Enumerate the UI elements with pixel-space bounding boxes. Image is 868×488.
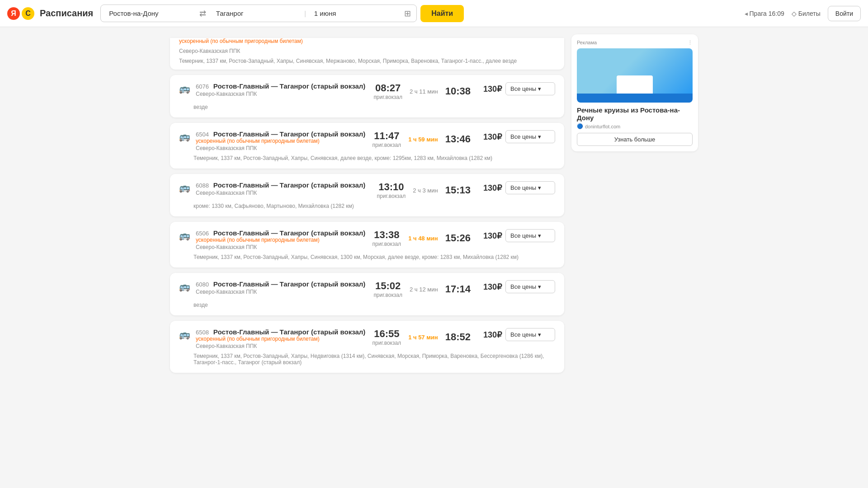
arrive-block: 17:14 — [445, 283, 471, 295]
depart-block: 13:10 приг.вокзал — [377, 181, 406, 199]
partial-accelerated: ускоренный (по обычным пригородным билет… — [179, 38, 555, 44]
train-company: Северо-Кавказская ППК — [196, 343, 367, 349]
calendar-grid-icon[interactable]: ⊞ — [402, 9, 413, 19]
depart-sub: приг.вокзал — [377, 193, 406, 199]
card-info: 6080 Ростов-Главный — Таганрог (старый в… — [196, 280, 368, 295]
duration: 2 ч 12 мин — [410, 286, 438, 293]
train-company: Северо-Кавказская ППК — [196, 91, 368, 97]
card-stops: везде — [193, 104, 555, 110]
price-dropdown[interactable]: Все цены ▾ — [505, 328, 555, 341]
card-times: 13:38 приг.вокзал 1 ч 48 мин 15:26 — [373, 229, 471, 247]
train-number: 6508 — [196, 329, 209, 336]
date-input[interactable] — [310, 7, 399, 20]
duration: 2 ч 11 мин — [410, 88, 438, 95]
from-input[interactable] — [104, 7, 193, 20]
water-image — [577, 94, 693, 103]
ya-logo: Я — [7, 7, 20, 20]
location-city: Прага — [750, 10, 767, 17]
train-bus-icon: 🚌 — [179, 329, 190, 340]
arrive-block: 15:13 — [445, 184, 471, 196]
train-cards: 🚌 6076 Ростов-Главный — Таганрог (старый… — [170, 75, 564, 373]
depart-time: 08:27 — [373, 82, 402, 94]
duration: 2 ч 3 мин — [413, 187, 438, 194]
train-card: 🚌 6080 Ростов-Главный — Таганрог (старый… — [170, 273, 564, 315]
card-info: 6504 Ростов-Главный — Таганрог (старый в… — [196, 130, 367, 151]
price-dropdown[interactable]: Все цены ▾ — [505, 82, 555, 95]
dropdown-arrow-icon: ▾ — [538, 85, 541, 92]
tickets-icon: ◇ — [792, 10, 797, 17]
ad-block: Реклама ⋮ Речные круизы из Ростова-на-До… — [571, 34, 698, 151]
train-company: Северо-Кавказская ППК — [196, 145, 367, 151]
boat-image — [617, 75, 653, 94]
arrive-block: 18:52 — [445, 331, 471, 343]
train-route: Ростов-Главный — Таганрог (старый вокзал… — [213, 82, 365, 90]
card-info: 6076 Ростов-Главный — Таганрог (старый в… — [196, 82, 368, 97]
location-time: 16:09 — [769, 10, 784, 17]
price-dropdown[interactable]: Все цены ▾ — [505, 229, 555, 242]
card-times: 16:55 приг.вокзал 1 ч 57 мин 18:52 — [373, 328, 471, 346]
price-label: Все цены — [510, 85, 536, 92]
train-route: Ростов-Главный — Таганрог (старый вокзал… — [213, 229, 365, 237]
card-stops: Темерник, 1337 км, Ростов-Западный, Хапр… — [193, 155, 555, 161]
arrive-time: 10:38 — [445, 85, 471, 97]
depart-sub: приг.вокзал — [373, 241, 401, 247]
header-right: ◂ Прага 16:09 ◇ Билеты Войти — [745, 6, 861, 21]
price-block: 130₽ Все цены ▾ — [483, 82, 555, 95]
ad-source-icon: 🔵 — [577, 123, 583, 129]
train-bus-icon: 🚌 — [179, 230, 190, 241]
partial-stops: Темерник, 1337 км, Ростов-Западный, Хапр… — [179, 58, 555, 64]
tickets-link[interactable]: ◇ Билеты — [792, 10, 821, 17]
price: 130₽ — [483, 282, 502, 292]
logo: Я С Расписания — [7, 7, 93, 20]
search-bar: ⇄ | ⊞ — [100, 5, 417, 22]
partial-company: Северо-Кавказская ППК — [179, 48, 555, 54]
ad-learn-more-button[interactable]: Узнать больше — [577, 133, 693, 146]
card-stops: кроме: 1330 км, Сафьяново, Мартыново, Ми… — [193, 203, 555, 209]
price-dropdown[interactable]: Все цены ▾ — [505, 181, 555, 194]
train-route: Ростов-Главный — Таганрог (старый вокзал… — [213, 280, 365, 288]
location-block: ◂ Прага 16:09 — [745, 10, 784, 17]
depart-sub: приг.вокзал — [373, 292, 402, 298]
swap-icon[interactable]: ⇄ — [198, 9, 208, 19]
login-button[interactable]: Войти — [828, 6, 861, 21]
card-info: 6508 Ростов-Главный — Таганрог (старый в… — [196, 328, 367, 349]
sep1: | — [304, 10, 306, 17]
ad-title: Речные круизы из Ростова-на-Дону — [577, 106, 693, 122]
price-dropdown[interactable]: Все цены ▾ — [505, 130, 555, 143]
sidebar: Реклама ⋮ Речные круизы из Ростова-на-До… — [571, 34, 698, 378]
arrive-time: 13:46 — [445, 133, 471, 145]
dropdown-arrow-icon: ▾ — [538, 133, 541, 140]
ad-image — [577, 48, 693, 103]
card-times: 13:10 приг.вокзал 2 ч 3 мин 15:13 — [377, 181, 471, 199]
train-card: 🚌 6504 Ростов-Главный — Таганрог (старый… — [170, 123, 564, 169]
price: 130₽ — [483, 330, 502, 340]
train-number: 6088 — [196, 182, 209, 189]
price-block: 130₽ Все цены ▾ — [483, 280, 555, 293]
depart-time: 13:38 — [373, 229, 401, 241]
to-input[interactable] — [212, 7, 301, 20]
price-label: Все цены — [510, 331, 536, 338]
train-header-line: 6076 Ростов-Главный — Таганрог (старый в… — [196, 82, 368, 90]
price-label: Все цены — [510, 283, 536, 290]
price-dropdown[interactable]: Все цены ▾ — [505, 280, 555, 293]
arrive-block: 10:38 — [445, 85, 471, 97]
depart-time: 16:55 — [373, 328, 401, 340]
card-stops: Темерник, 1337 км, Ростов-Западный, Хапр… — [193, 353, 555, 366]
card-times: 08:27 приг.вокзал 2 ч 11 мин 10:38 — [373, 82, 471, 100]
card-info: 6506 Ростов-Главный — Таганрог (старый в… — [196, 229, 367, 250]
train-header-line: 6506 Ростов-Главный — Таганрог (старый в… — [196, 229, 367, 237]
ad-menu-icon[interactable]: ⋮ — [688, 40, 693, 46]
results-list: ускоренный (по обычным пригородным билет… — [170, 34, 564, 378]
accelerated-label: ускоренный (по обычным пригородным билет… — [196, 138, 367, 144]
depart-block: 11:47 приг.вокзал — [373, 130, 401, 148]
train-route: Ростов-Главный — Таганрог (старый вокзал… — [213, 328, 365, 336]
train-card: 🚌 6088 Ростов-Главный — Таганрог (старый… — [170, 174, 564, 216]
header: Я С Расписания ⇄ | ⊞ Найти ◂ Прага 16:09… — [0, 0, 868, 27]
train-number: 6076 — [196, 83, 209, 90]
price-label: Все цены — [510, 232, 536, 239]
partial-card: ускоренный (по обычным пригородным билет… — [170, 38, 564, 70]
train-route: Ростов-Главный — Таганрог (старый вокзал… — [213, 181, 365, 189]
main-content: ускоренный (по обычным пригородным билет… — [163, 27, 705, 385]
price: 130₽ — [483, 231, 502, 241]
search-button[interactable]: Найти — [420, 5, 464, 22]
